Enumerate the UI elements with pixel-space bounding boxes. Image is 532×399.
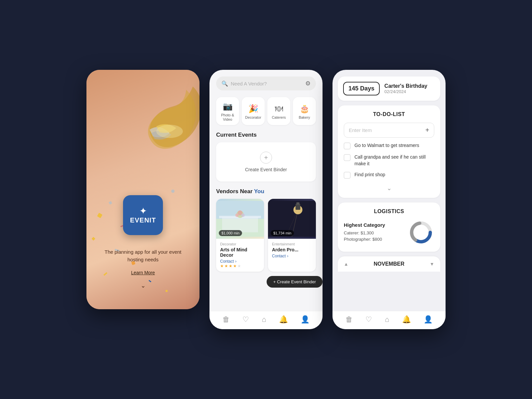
event-name: Carter's Birthday bbox=[384, 83, 427, 89]
todo-text-2: Call grandpa and see if he can still mak… bbox=[354, 154, 434, 167]
calendar-month: NOVEMBER bbox=[374, 261, 404, 267]
vendor-price-arden: $1,734 min bbox=[271, 230, 294, 236]
vendor-info-arden: Entertainment Arden Pro... Contact › bbox=[268, 239, 316, 262]
create-binder-btn-label: + Create Event Binder bbox=[273, 279, 316, 284]
screens-container: ✦ EVENIT The planning app for all your e… bbox=[33, 70, 499, 329]
todo-screen: 145 Days Carter's Birthday 02/24/2024 TO… bbox=[332, 70, 446, 329]
nav-bell-icon[interactable]: 🔔 bbox=[279, 315, 288, 324]
category-label-photo: Photo &Video bbox=[221, 113, 234, 122]
bottom-nav-vendor: 🗑 ♡ ⌂ 🔔 👤 bbox=[209, 311, 323, 329]
nav-user-icon-todo[interactable]: 👤 bbox=[424, 315, 433, 324]
nav-heart-icon[interactable]: ♡ bbox=[242, 315, 249, 324]
current-events-title: Current Events bbox=[216, 132, 316, 138]
vendor-type-arts: Decorator bbox=[220, 242, 260, 246]
todo-checkbox-3[interactable] bbox=[344, 172, 350, 179]
search-icon: 🔍 bbox=[221, 80, 228, 87]
todo-text-1: Go to Walmart to get streamers bbox=[354, 142, 419, 149]
nav-heart-icon-todo[interactable]: ♡ bbox=[365, 315, 372, 324]
category-caterers[interactable]: 🍽 Caterers bbox=[267, 97, 290, 125]
vendors-near-title: Vendors Near You bbox=[216, 188, 316, 195]
category-bakery[interactable]: 🎂 Bakery bbox=[293, 97, 316, 125]
todo-expand-icon[interactable]: ⌄ bbox=[344, 183, 434, 192]
create-event-binder-button[interactable]: + Create Event Binder bbox=[216, 142, 316, 182]
calendar-collapse-icon[interactable]: ▼ bbox=[430, 261, 434, 267]
todo-input-placeholder: Enter Item bbox=[349, 127, 423, 133]
create-binder-label: Create Event Binder bbox=[245, 167, 287, 172]
todo-title: TO-DO-LIST bbox=[344, 111, 434, 117]
todo-input-row[interactable]: Enter Item + bbox=[344, 123, 434, 138]
category-label-caterers: Caterers bbox=[272, 115, 286, 120]
cornucopia-illustration bbox=[133, 80, 200, 173]
bottom-nav-todo: 🗑 ♡ ⌂ 🔔 👤 bbox=[332, 311, 446, 329]
event-date: 02/24/2024 bbox=[384, 89, 427, 94]
todo-item-3: Find print shop bbox=[344, 172, 434, 179]
logo-text: EVENIT bbox=[130, 216, 156, 224]
nav-bell-icon-todo[interactable]: 🔔 bbox=[402, 315, 411, 324]
vendor-name-arden: Arden Pro... bbox=[272, 247, 312, 252]
search-placeholder: Need A Vendor? bbox=[231, 81, 303, 86]
vendor-image-arden: $1,734 min bbox=[268, 199, 316, 239]
svg-point-7 bbox=[235, 213, 239, 217]
swipe-indicator: ⌄ bbox=[141, 282, 146, 289]
vendor-card-arden[interactable]: $1,734 min Entertainment Arden Pro... Co… bbox=[268, 199, 316, 272]
todo-content: 145 Days Carter's Birthday 02/24/2024 TO… bbox=[332, 70, 446, 311]
vendor-contact-arden[interactable]: Contact › bbox=[272, 254, 312, 258]
todo-checkbox-1[interactable] bbox=[344, 143, 350, 149]
vendor-price-arts: $1,000 min bbox=[219, 230, 242, 236]
vendors-grid: $1,000 min Decorator Arts of Mind Decor … bbox=[216, 199, 316, 272]
svg-point-8 bbox=[241, 213, 245, 217]
vendor-info-arts: Decorator Arts of Mind Decor Contact › ★… bbox=[216, 239, 264, 272]
splash-tagline: The planning app for all your event host… bbox=[86, 248, 200, 263]
todo-item-2: Call grandpa and see if he can still mak… bbox=[344, 154, 434, 167]
logistics-card: LOGISTICS Highest Category Caterer: $1,3… bbox=[338, 202, 440, 252]
logo-box: ✦ EVENIT bbox=[123, 195, 163, 235]
category-photo-video[interactable]: 📷 Photo &Video bbox=[216, 97, 239, 125]
nav-trash-icon[interactable]: 🗑 bbox=[222, 315, 230, 324]
logistics-photographer: Photographer: $800 bbox=[344, 237, 385, 242]
vendor-type-arden: Entertainment bbox=[272, 242, 312, 246]
nav-home-icon[interactable]: ⌂ bbox=[262, 315, 266, 324]
camera-icon: 📷 bbox=[223, 102, 233, 111]
learn-more-link[interactable]: Learn More bbox=[131, 270, 155, 275]
vendor-contact-arts[interactable]: Contact › bbox=[220, 259, 260, 264]
logistics-title: LOGISTICS bbox=[344, 208, 434, 214]
logistics-category-label: Highest Category bbox=[344, 222, 385, 228]
vendor-content: 🔍 Need A Vendor? ⚙ 📷 Photo &Video 🎉 Deco… bbox=[209, 70, 323, 296]
search-bar[interactable]: 🔍 Need A Vendor? ⚙ bbox=[216, 76, 316, 90]
logo-firework-icon: ✦ bbox=[139, 206, 147, 216]
bakery-icon: 🎂 bbox=[300, 104, 310, 113]
logistics-caterer: Caterer: $1,300 bbox=[344, 230, 385, 235]
event-header-card: 145 Days Carter's Birthday 02/24/2024 bbox=[338, 76, 440, 101]
calendar-expand-icon[interactable]: ▲ bbox=[344, 261, 348, 267]
vendor-rating-arts: ★★★★★ bbox=[220, 264, 260, 268]
nav-trash-icon-todo[interactable]: 🗑 bbox=[345, 315, 353, 324]
svg-rect-14 bbox=[297, 202, 300, 205]
splash-screen: ✦ EVENIT The planning app for all your e… bbox=[86, 70, 200, 309]
filter-icon[interactable]: ⚙ bbox=[305, 80, 311, 87]
vendor-card-arts[interactable]: $1,000 min Decorator Arts of Mind Decor … bbox=[216, 199, 264, 272]
category-decorator[interactable]: 🎉 Decorator bbox=[242, 97, 265, 125]
category-label-decorator: Decorator bbox=[245, 115, 261, 120]
calendar-header: ▲ NOVEMBER ▼ bbox=[338, 256, 440, 272]
todo-checkbox-2[interactable] bbox=[344, 154, 350, 161]
create-binder-floating-btn[interactable]: + Create Event Binder bbox=[267, 276, 323, 288]
vendor-screen: 🔍 Need A Vendor? ⚙ 📷 Photo &Video 🎉 Deco… bbox=[209, 70, 323, 329]
svg-rect-13 bbox=[296, 204, 300, 210]
event-info: Carter's Birthday 02/24/2024 bbox=[384, 83, 427, 94]
nav-user-icon[interactable]: 👤 bbox=[301, 315, 310, 324]
caterers-icon: 🍽 bbox=[275, 104, 283, 113]
todo-add-button[interactable]: + bbox=[425, 126, 429, 134]
category-label-bakery: Bakery bbox=[299, 115, 310, 120]
vendor-image-arts: $1,000 min bbox=[216, 199, 264, 239]
svg-point-0 bbox=[156, 125, 183, 138]
category-grid: 📷 Photo &Video 🎉 Decorator 🍽 Caterers 🎂 … bbox=[216, 97, 316, 125]
decorator-icon: 🎉 bbox=[248, 104, 258, 113]
nav-home-icon-todo[interactable]: ⌂ bbox=[385, 315, 389, 324]
todo-card: TO-DO-LIST Enter Item + Go to Walmart to… bbox=[338, 105, 440, 198]
logistics-text: Highest Category Caterer: $1,300 Photogr… bbox=[344, 222, 385, 243]
donut-chart bbox=[408, 219, 434, 246]
plus-icon: + bbox=[260, 152, 272, 164]
vendor-name-arts: Arts of Mind Decor bbox=[220, 247, 260, 258]
todo-item-1: Go to Walmart to get streamers bbox=[344, 142, 434, 149]
logistics-body: Highest Category Caterer: $1,300 Photogr… bbox=[344, 219, 434, 246]
